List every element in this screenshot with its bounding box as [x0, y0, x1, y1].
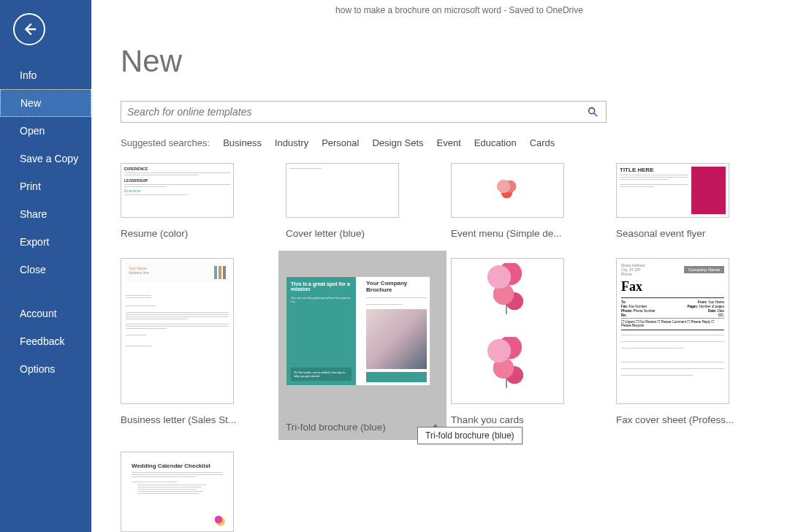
- template-thumb: TITLE HERE: [616, 163, 729, 218]
- sidebar-item-save-a-copy[interactable]: Save a Copy: [0, 145, 91, 172]
- template-label: Tri-fold brochure (blue): [286, 422, 386, 433]
- suggested-event[interactable]: Event: [437, 137, 461, 148]
- template-event-menu[interactable]: Event menu (Simple de...: [451, 163, 604, 239]
- search-box[interactable]: [121, 101, 607, 123]
- main-panel: how to make a brochure on microsoft word…: [91, 0, 798, 532]
- thumb-text: Your Company Brochure: [366, 280, 427, 293]
- template-thumb: Your NameAddress line: [121, 258, 234, 404]
- svg-point-0: [589, 108, 595, 114]
- sidebar-item-close[interactable]: Close: [0, 256, 91, 284]
- thumb-text: Fax: [621, 279, 724, 294]
- template-thumb: [451, 163, 564, 218]
- template-thumb: EXPERIENCE LEADERSHIP Experience: [121, 163, 234, 218]
- title-bar: how to make a brochure on microsoft word…: [121, 0, 798, 22]
- sidebar-item-export[interactable]: Export: [0, 228, 91, 256]
- template-thumb: Street AddressCity, ST ZIPPhone Company …: [616, 258, 729, 404]
- template-wedding-checklist[interactable]: Wedding Calendar Checklist: [121, 452, 274, 532]
- template-grid: EXPERIENCE LEADERSHIP Experience Resume …: [121, 163, 798, 532]
- tooltip: Tri-fold brochure (blue): [417, 427, 522, 444]
- back-arrow-icon: [21, 21, 37, 37]
- template-label: Fax cover sheet (Profess...: [616, 414, 762, 425]
- flower-icon: [497, 180, 519, 202]
- template-label: Seasonal event flyer: [616, 228, 762, 239]
- template-business-letter[interactable]: Your NameAddress line Business letter (S…: [121, 258, 274, 433]
- thumb-text: This is a great spot for a mission: [291, 281, 352, 292]
- search-input[interactable]: [127, 106, 585, 118]
- back-button[interactable]: [13, 13, 45, 45]
- template-label: Thank you cards: [451, 414, 597, 425]
- template-label: Event menu (Simple de...: [451, 228, 597, 239]
- thumb-text: thank you: [504, 398, 526, 403]
- sidebar-item-account[interactable]: Account: [0, 300, 91, 327]
- thumb-text: Wedding Calendar Checklist: [132, 463, 223, 469]
- sidebar-item-options[interactable]: Options: [0, 355, 91, 383]
- template-thumb: thank you thank you: [451, 258, 564, 404]
- sidebar-item-info[interactable]: Info: [0, 61, 91, 89]
- template-fax-cover[interactable]: Street AddressCity, ST ZIPPhone Company …: [616, 258, 770, 433]
- template-cover-letter-blue[interactable]: Cover letter (blue): [286, 163, 439, 239]
- template-label: Resume (color): [121, 228, 267, 239]
- thumb-text: Company Name: [684, 266, 724, 273]
- thumb-text: thank you: [504, 324, 526, 330]
- page-title: New: [121, 44, 798, 79]
- sidebar-nav: Info New Open Save a Copy Print Share Ex…: [0, 61, 91, 383]
- suggested-label: Suggested searches:: [121, 137, 210, 148]
- sidebar-item-new[interactable]: New: [0, 89, 91, 117]
- suggested-education[interactable]: Education: [474, 137, 517, 148]
- template-thank-you-cards[interactable]: thank you thank you Thank you cards: [451, 258, 604, 433]
- template-label: Business letter (Sales St...: [121, 414, 267, 425]
- flower-icon: [486, 263, 530, 332]
- suggested-design-sets[interactable]: Design Sets: [372, 137, 423, 148]
- suggested-business[interactable]: Business: [223, 137, 262, 148]
- suggested-personal[interactable]: Personal: [322, 137, 359, 148]
- thumb-text: EXPERIENCE: [124, 167, 230, 171]
- template-trifold-brochure[interactable]: This is a great spot for a mission You c…: [286, 258, 439, 433]
- template-thumb: Wedding Calendar Checklist: [121, 452, 234, 532]
- thumb-text: LEADERSHIP: [124, 178, 230, 183]
- search-icon[interactable]: [585, 104, 600, 119]
- sidebar-item-feedback[interactable]: Feedback: [0, 327, 91, 355]
- suggested-cards[interactable]: Cards: [530, 137, 555, 148]
- flower-icon: [486, 337, 530, 404]
- suggested-industry[interactable]: Industry: [275, 137, 308, 148]
- suggested-searches: Suggested searches: Business Industry Pe…: [121, 137, 798, 148]
- sidebar-item-print[interactable]: Print: [0, 172, 91, 200]
- template-resume-color[interactable]: EXPERIENCE LEADERSHIP Experience Resume …: [121, 163, 274, 239]
- template-thumb: [286, 163, 399, 218]
- template-label: Cover letter (blue): [286, 228, 432, 239]
- template-thumb: This is a great spot for a mission You c…: [286, 276, 430, 386]
- sidebar-item-share[interactable]: Share: [0, 200, 91, 228]
- template-seasonal-flyer[interactable]: TITLE HERE Seasonal event flyer: [616, 163, 770, 239]
- sidebar-item-open[interactable]: Open: [0, 117, 91, 145]
- backstage-sidebar: Info New Open Save a Copy Print Share Ex…: [0, 0, 91, 532]
- thumb-text: TITLE HERE: [620, 167, 688, 173]
